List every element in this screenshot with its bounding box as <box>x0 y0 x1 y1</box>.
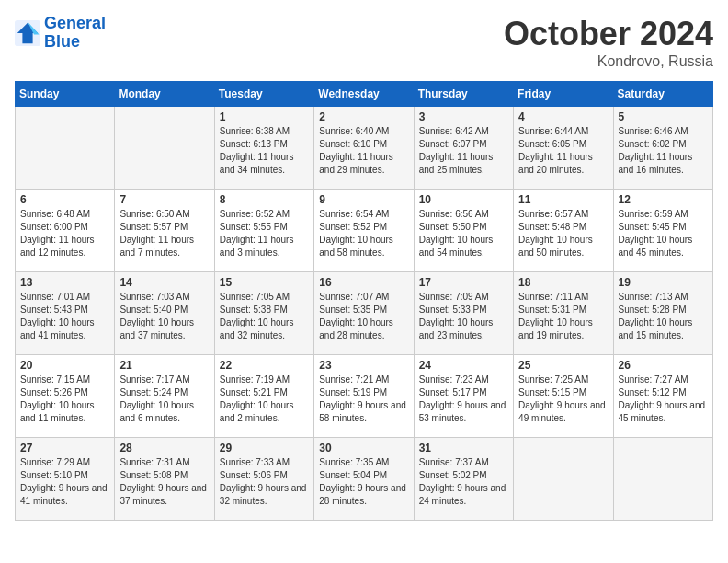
header-thursday: Thursday <box>414 82 513 107</box>
day-info: Sunrise: 6:57 AM Sunset: 5:48 PM Dayligh… <box>518 208 608 259</box>
sunset: Sunset: 5:28 PM <box>619 304 687 315</box>
sunset: Sunset: 5:43 PM <box>20 304 88 315</box>
day-info: Sunrise: 7:25 AM Sunset: 5:15 PM Dayligh… <box>518 373 608 425</box>
sunset: Sunset: 5:15 PM <box>518 387 586 397</box>
sunset: Sunset: 5:45 PM <box>619 222 687 232</box>
daylight: Daylight: 10 hours and 45 minutes. <box>619 235 693 258</box>
day-info: Sunrise: 6:59 AM Sunset: 5:45 PM Dayligh… <box>619 208 708 259</box>
calendar-cell: 24 Sunrise: 7:23 AM Sunset: 5:17 PM Dayl… <box>414 355 513 438</box>
calendar-cell: 30 Sunrise: 7:35 AM Sunset: 5:04 PM Dayl… <box>314 438 414 521</box>
calendar-cell: 13 Sunrise: 7:01 AM Sunset: 5:43 PM Dayl… <box>16 272 115 355</box>
calendar-cell: 16 Sunrise: 7:07 AM Sunset: 5:35 PM Dayl… <box>314 272 414 355</box>
daylight: Daylight: 10 hours and 6 minutes. <box>119 400 194 423</box>
daylight: Daylight: 11 hours and 20 minutes. <box>518 152 593 175</box>
calendar-cell: 1 Sunrise: 6:38 AM Sunset: 6:13 PM Dayli… <box>214 107 313 190</box>
day-number: 27 <box>20 442 109 454</box>
sunrise: Sunrise: 6:54 AM <box>319 209 389 219</box>
calendar-cell <box>514 438 613 521</box>
sunrise: Sunrise: 7:03 AM <box>119 292 189 302</box>
day-number: 24 <box>419 359 508 372</box>
day-number: 12 <box>619 193 708 206</box>
calendar-cell: 4 Sunrise: 6:44 AM Sunset: 6:05 PM Dayli… <box>514 107 613 190</box>
calendar-cell: 29 Sunrise: 7:33 AM Sunset: 5:06 PM Dayl… <box>214 438 313 521</box>
header-saturday: Saturday <box>613 82 712 107</box>
day-info: Sunrise: 7:11 AM Sunset: 5:31 PM Dayligh… <box>518 291 608 342</box>
day-info: Sunrise: 6:44 AM Sunset: 6:05 PM Dayligh… <box>518 125 608 177</box>
day-number: 18 <box>518 276 608 289</box>
sunrise: Sunrise: 7:13 AM <box>619 292 688 302</box>
sunrise: Sunrise: 7:31 AM <box>119 457 189 467</box>
sunset: Sunset: 5:26 PM <box>20 387 88 397</box>
calendar-cell: 15 Sunrise: 7:05 AM Sunset: 5:38 PM Dayl… <box>214 272 313 355</box>
sunrise: Sunrise: 6:40 AM <box>319 126 389 136</box>
calendar-cell: 14 Sunrise: 7:03 AM Sunset: 5:40 PM Dayl… <box>115 272 214 355</box>
daylight: Daylight: 11 hours and 16 minutes. <box>619 152 693 175</box>
calendar-cell: 23 Sunrise: 7:21 AM Sunset: 5:19 PM Dayl… <box>314 355 414 438</box>
calendar-cell: 2 Sunrise: 6:40 AM Sunset: 6:10 PM Dayli… <box>314 107 414 190</box>
day-number: 23 <box>319 359 408 372</box>
day-number: 30 <box>319 442 408 454</box>
daylight: Daylight: 10 hours and 2 minutes. <box>220 400 294 423</box>
calendar-cell: 17 Sunrise: 7:09 AM Sunset: 5:33 PM Dayl… <box>414 272 513 355</box>
calendar-cell <box>613 438 712 521</box>
sunrise: Sunrise: 7:05 AM <box>220 292 290 302</box>
sunrise: Sunrise: 6:48 AM <box>20 209 90 219</box>
sunset: Sunset: 5:57 PM <box>119 222 188 232</box>
calendar-week-3: 13 Sunrise: 7:01 AM Sunset: 5:43 PM Dayl… <box>16 272 713 355</box>
day-info: Sunrise: 7:03 AM Sunset: 5:40 PM Dayligh… <box>119 291 209 342</box>
calendar-cell: 31 Sunrise: 7:37 AM Sunset: 5:02 PM Dayl… <box>414 438 513 521</box>
sunrise: Sunrise: 7:11 AM <box>518 292 588 302</box>
daylight: Daylight: 9 hours and 58 minutes. <box>319 400 406 423</box>
sunset: Sunset: 6:07 PM <box>419 139 487 149</box>
calendar-cell: 18 Sunrise: 7:11 AM Sunset: 5:31 PM Dayl… <box>514 272 613 355</box>
sunrise: Sunrise: 6:59 AM <box>619 209 688 219</box>
daylight: Daylight: 9 hours and 45 minutes. <box>619 400 706 423</box>
calendar-header: Sunday Monday Tuesday Wednesday Thursday… <box>16 82 713 107</box>
daylight: Daylight: 11 hours and 29 minutes. <box>319 152 393 175</box>
sunrise: Sunrise: 7:29 AM <box>20 457 90 467</box>
day-info: Sunrise: 7:27 AM Sunset: 5:12 PM Dayligh… <box>619 373 708 425</box>
calendar-cell: 27 Sunrise: 7:29 AM Sunset: 5:10 PM Dayl… <box>16 438 115 521</box>
sunrise: Sunrise: 7:27 AM <box>619 374 688 385</box>
daylight: Daylight: 10 hours and 54 minutes. <box>419 235 494 258</box>
sunset: Sunset: 5:19 PM <box>319 387 387 397</box>
sunrise: Sunrise: 6:56 AM <box>419 209 489 219</box>
sunset: Sunset: 5:40 PM <box>119 304 188 315</box>
sunrise: Sunrise: 6:44 AM <box>518 126 588 136</box>
sunrise: Sunrise: 6:46 AM <box>619 126 688 136</box>
calendar-cell: 9 Sunrise: 6:54 AM Sunset: 5:52 PM Dayli… <box>314 190 414 272</box>
daylight: Daylight: 11 hours and 3 minutes. <box>220 235 294 258</box>
day-number: 17 <box>419 276 508 289</box>
calendar-cell <box>115 107 214 190</box>
sunrise: Sunrise: 6:57 AM <box>518 209 588 219</box>
calendar-cell: 6 Sunrise: 6:48 AM Sunset: 6:00 PM Dayli… <box>16 190 115 272</box>
sunrise: Sunrise: 7:07 AM <box>319 292 389 302</box>
calendar-cell: 11 Sunrise: 6:57 AM Sunset: 5:48 PM Dayl… <box>514 190 613 272</box>
day-number: 20 <box>20 359 109 372</box>
sunrise: Sunrise: 7:25 AM <box>518 374 588 385</box>
day-number: 8 <box>220 193 309 206</box>
day-info: Sunrise: 7:05 AM Sunset: 5:38 PM Dayligh… <box>220 291 309 342</box>
daylight: Daylight: 10 hours and 32 minutes. <box>220 317 294 340</box>
sunrise: Sunrise: 7:23 AM <box>419 374 489 385</box>
calendar-cell: 20 Sunrise: 7:15 AM Sunset: 5:26 PM Dayl… <box>16 355 115 438</box>
sunset: Sunset: 5:10 PM <box>20 470 88 480</box>
logo: General Blue <box>15 15 106 52</box>
day-number: 31 <box>419 442 508 454</box>
header-row: Sunday Monday Tuesday Wednesday Thursday… <box>16 82 713 107</box>
sunrise: Sunrise: 7:01 AM <box>20 292 90 302</box>
day-number: 3 <box>419 110 508 123</box>
month-title: October 2024 <box>504 15 713 53</box>
daylight: Daylight: 9 hours and 49 minutes. <box>518 400 606 423</box>
day-info: Sunrise: 6:54 AM Sunset: 5:52 PM Dayligh… <box>319 208 408 259</box>
daylight: Daylight: 10 hours and 50 minutes. <box>518 235 593 258</box>
header-wednesday: Wednesday <box>314 82 414 107</box>
sunset: Sunset: 5:52 PM <box>319 222 387 232</box>
calendar-cell <box>16 107 115 190</box>
day-info: Sunrise: 7:33 AM Sunset: 5:06 PM Dayligh… <box>220 456 309 508</box>
daylight: Daylight: 11 hours and 34 minutes. <box>220 152 294 175</box>
sunrise: Sunrise: 7:37 AM <box>419 457 489 467</box>
header-monday: Monday <box>115 82 214 107</box>
sunset: Sunset: 5:02 PM <box>419 470 487 480</box>
day-number: 10 <box>419 193 508 206</box>
